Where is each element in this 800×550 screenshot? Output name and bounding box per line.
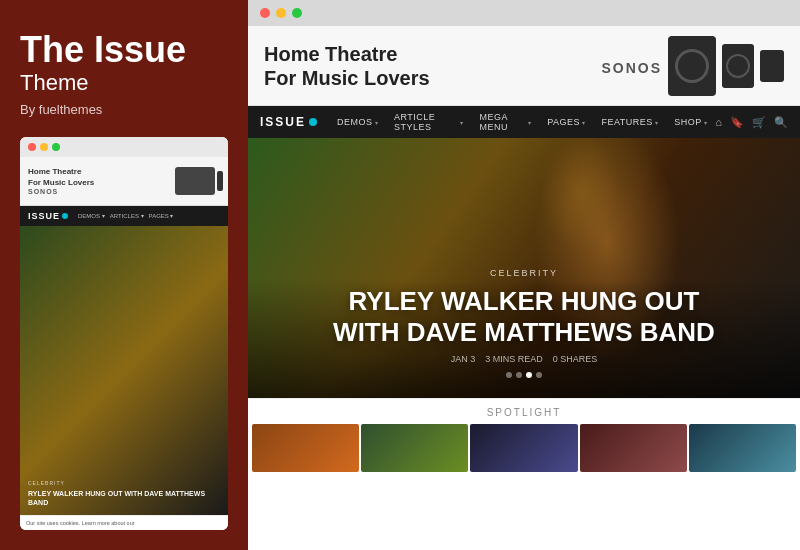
mini-ad-line2: For Music Lovers [28, 177, 94, 188]
nav-icons: ⌂ 🔖 🛒 🔍 [715, 116, 788, 129]
theme-author: By fuelthemes [20, 102, 228, 117]
browser-chrome [248, 0, 800, 26]
spotlight-image-5[interactable] [689, 424, 796, 472]
hero-title-line2: WITH DAVE MATTHEWS BAND [333, 317, 715, 347]
ad-brand: SONOS [601, 60, 662, 76]
logo-dot-icon [309, 118, 317, 126]
mini-hero-title: RYLEY WALKER HUNG OUT WITH DAVE MATTHEWS… [28, 489, 220, 507]
nav-features-arrow: ▾ [655, 119, 659, 126]
sidebar: The Issue Theme By fuelthemes Home Theat… [0, 0, 248, 550]
browser-dot-green[interactable] [292, 8, 302, 18]
theme-title: The Issue [20, 30, 228, 70]
mini-cookie-notice: Our site uses cookies. Learn more about … [20, 515, 228, 530]
ad-speakers-image: SONOS [601, 36, 784, 96]
mini-nav-item: PAGES ▾ [149, 212, 174, 219]
hero-carousel-dots [272, 372, 776, 378]
hero-section: CELEBRITY RYLEY WALKER HUNG OUT WITH DAV… [248, 138, 800, 398]
mini-nav: ISSUE DEMOS ▾ ARTICLES ▾ PAGES ▾ [20, 206, 228, 226]
mini-ad-brand: SONOS [28, 188, 94, 195]
hero-title-line1: RYLEY WALKER HUNG OUT [348, 286, 699, 316]
hero-read-time: 3 MINS READ [485, 354, 543, 364]
main-browser: Home Theatre For Music Lovers SONOS ISSU… [248, 0, 800, 550]
site-navbar: ISSUE DEMOS ▾ ARTICLE STYLES ▾ MEGA MENU… [248, 106, 800, 138]
nav-item-shop[interactable]: SHOP ▾ [666, 106, 715, 138]
nav-item-pages[interactable]: PAGES ▾ [539, 106, 593, 138]
speaker-tiny-icon [760, 50, 784, 82]
mini-ad-line1: Home Theatre [28, 166, 94, 177]
ad-text: Home Theatre For Music Lovers [264, 42, 430, 90]
mini-nav-items: DEMOS ▾ ARTICLES ▾ PAGES ▾ [78, 212, 173, 219]
ad-banner: Home Theatre For Music Lovers SONOS [248, 26, 800, 106]
site-logo[interactable]: ISSUE [260, 115, 317, 129]
hero-title: RYLEY WALKER HUNG OUT WITH DAVE MATTHEWS… [272, 286, 776, 348]
mini-ad-image [170, 165, 220, 197]
site-logo-text: ISSUE [260, 115, 306, 129]
spotlight-image-1[interactable] [252, 424, 359, 472]
nav-item-pages-label: PAGES [547, 117, 580, 127]
browser-dot-red[interactable] [260, 8, 270, 18]
nav-item-shop-label: SHOP [674, 117, 702, 127]
mini-speaker-icon [175, 167, 215, 195]
hero-meta: JAN 3 3 MINS READ 0 SHARES [272, 354, 776, 364]
hero-dot-2[interactable] [516, 372, 522, 378]
nav-shop-arrow: ▾ [704, 119, 708, 126]
hero-category-tag: CELEBRITY [272, 268, 776, 278]
spotlight-label: SPOTLIGHT [248, 407, 800, 418]
mini-nav-item: DEMOS ▾ [78, 212, 105, 219]
cart-icon[interactable]: 🛒 [752, 116, 766, 129]
nav-item-mega-menu[interactable]: MEGA MENU ▾ [471, 106, 539, 138]
nav-item-demos-label: DEMOS [337, 117, 373, 127]
spotlight-section: SPOTLIGHT [248, 398, 800, 478]
nav-item-features-label: FEATURES [601, 117, 652, 127]
nav-item-article-styles-label: ARTICLE STYLES [394, 112, 458, 132]
speaker-small-icon [722, 44, 754, 88]
nav-pages-arrow: ▾ [582, 119, 586, 126]
spotlight-image-3[interactable] [470, 424, 577, 472]
mini-browser-preview: Home Theatre For Music Lovers SONOS ISSU… [20, 137, 228, 530]
spotlight-image-4[interactable] [580, 424, 687, 472]
browser-dot-yellow[interactable] [276, 8, 286, 18]
spotlight-images [248, 424, 800, 474]
search-icon[interactable]: 🔍 [774, 116, 788, 129]
browser-content: Home Theatre For Music Lovers SONOS ISSU… [248, 26, 800, 550]
home-icon[interactable]: ⌂ [715, 116, 722, 128]
mini-dot-yellow [40, 143, 48, 151]
nav-demos-arrow: ▾ [375, 119, 379, 126]
mini-hero: CELEBRITY RYLEY WALKER HUNG OUT WITH DAV… [20, 226, 228, 515]
spotlight-image-2[interactable] [361, 424, 468, 472]
nav-item-article-styles[interactable]: ARTICLE STYLES ▾ [386, 106, 471, 138]
mini-dot-green [52, 143, 60, 151]
ad-tagline-line2: For Music Lovers [264, 66, 430, 90]
mini-logo-dot [62, 213, 68, 219]
mini-hero-content: CELEBRITY RYLEY WALKER HUNG OUT WITH DAV… [28, 480, 220, 507]
mini-browser-chrome [20, 137, 228, 157]
mini-ad-banner: Home Theatre For Music Lovers SONOS [20, 157, 228, 206]
speaker-large-icon [668, 36, 716, 96]
hero-content: CELEBRITY RYLEY WALKER HUNG OUT WITH DAV… [272, 268, 776, 378]
hero-shares: 0 SHARES [553, 354, 598, 364]
bookmark-icon[interactable]: 🔖 [730, 116, 744, 129]
mini-dot-red [28, 143, 36, 151]
nav-item-mega-menu-label: MEGA MENU [479, 112, 525, 132]
nav-item-features[interactable]: FEATURES ▾ [593, 106, 666, 138]
nav-articles-arrow: ▾ [460, 119, 464, 126]
hero-dot-4[interactable] [536, 372, 542, 378]
mini-nav-item: ARTICLES ▾ [110, 212, 144, 219]
nav-mega-arrow: ▾ [528, 119, 532, 126]
ad-tagline-line1: Home Theatre [264, 42, 430, 66]
nav-items: DEMOS ▾ ARTICLE STYLES ▾ MEGA MENU ▾ PAG… [329, 106, 715, 138]
mini-logo: ISSUE [28, 211, 68, 221]
hero-dot-3-active[interactable] [526, 372, 532, 378]
mini-logo-text: ISSUE [28, 211, 60, 221]
theme-subtitle: Theme [20, 70, 228, 96]
mini-hero-tag: CELEBRITY [28, 480, 220, 486]
hero-date: JAN 3 [451, 354, 476, 364]
hero-dot-1[interactable] [506, 372, 512, 378]
nav-item-demos[interactable]: DEMOS ▾ [329, 106, 386, 138]
